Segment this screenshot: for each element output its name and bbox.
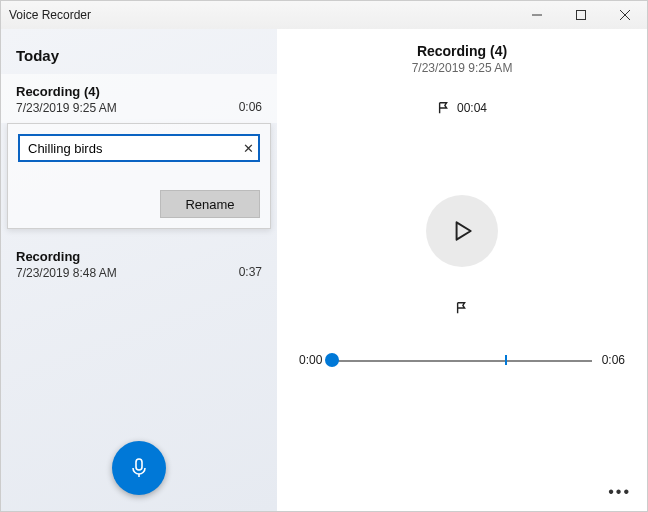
player-subtitle: 7/23/2019 9:25 AM	[412, 61, 513, 75]
play-icon	[449, 218, 475, 244]
microphone-icon	[127, 456, 151, 480]
seek-marker-tick	[505, 355, 507, 365]
marker-time: 00:04	[457, 101, 487, 115]
rename-input[interactable]	[18, 134, 260, 162]
recording-title: Recording	[16, 249, 262, 264]
play-button[interactable]	[426, 195, 498, 267]
record-button[interactable]	[112, 441, 166, 495]
recording-title: Recording (4)	[16, 84, 262, 99]
recording-list-item[interactable]: Recording 7/23/2019 8:48 AM 0:37	[1, 239, 277, 288]
flag-icon	[437, 101, 451, 115]
maximize-button[interactable]	[559, 1, 603, 29]
titlebar: Voice Recorder	[1, 1, 647, 29]
minimize-button[interactable]	[515, 1, 559, 29]
marker-indicator[interactable]: 00:04	[437, 101, 487, 115]
app-title: Voice Recorder	[9, 8, 91, 22]
add-marker-button[interactable]	[455, 301, 469, 319]
recording-list-item[interactable]: Recording (4) 7/23/2019 9:25 AM 0:06	[1, 74, 277, 123]
seek-thumb[interactable]	[325, 353, 339, 367]
recording-duration: 0:06	[239, 100, 262, 114]
svg-rect-4	[136, 459, 142, 470]
seek-slider[interactable]	[332, 353, 591, 367]
player-panel: Recording (4) 7/23/2019 9:25 AM 00:04 0:…	[277, 29, 647, 511]
window-controls	[515, 1, 647, 29]
recordings-sidebar: Today Recording (4) 7/23/2019 9:25 AM 0:…	[1, 29, 277, 511]
close-button[interactable]	[603, 1, 647, 29]
recording-timestamp: 7/23/2019 9:25 AM	[16, 101, 262, 115]
clear-input-icon[interactable]: ✕	[243, 141, 254, 156]
player-title: Recording (4)	[417, 43, 507, 59]
seek-row: 0:00 0:06	[277, 353, 647, 367]
rename-panel: ✕ Rename	[7, 123, 271, 229]
seek-track	[332, 360, 591, 362]
recording-timestamp: 7/23/2019 8:48 AM	[16, 266, 262, 280]
svg-rect-1	[577, 11, 586, 20]
rename-input-wrap: ✕	[18, 134, 260, 162]
rename-button[interactable]: Rename	[160, 190, 260, 218]
flag-icon	[455, 301, 469, 315]
more-options-button[interactable]: •••	[608, 483, 631, 501]
content: Today Recording (4) 7/23/2019 9:25 AM 0:…	[1, 29, 647, 511]
section-header-today: Today	[1, 29, 277, 74]
recording-duration: 0:37	[239, 265, 262, 279]
duration-label: 0:06	[602, 353, 625, 367]
position-label: 0:00	[299, 353, 322, 367]
